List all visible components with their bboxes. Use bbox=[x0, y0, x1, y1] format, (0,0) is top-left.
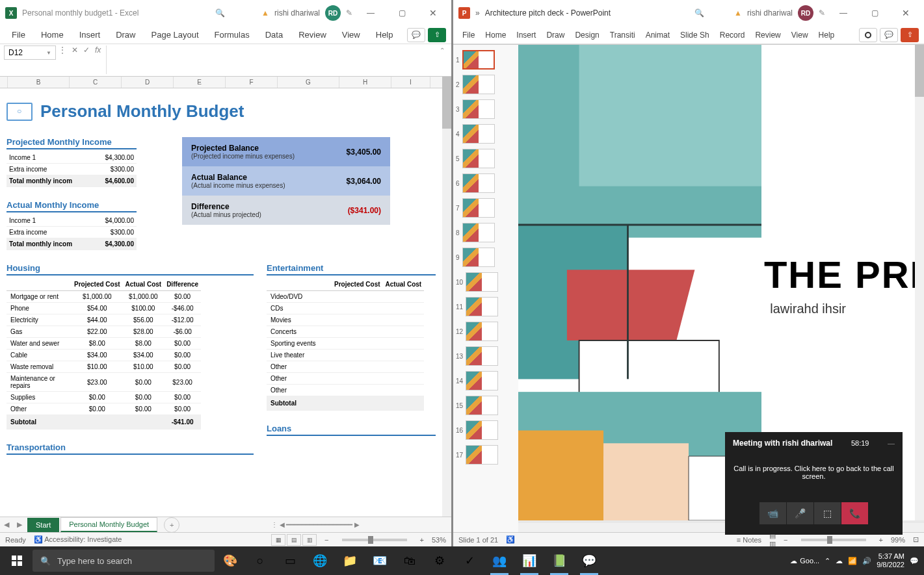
excel-user[interactable]: rishi dhariwal bbox=[274, 8, 320, 18]
slide-thumb-10[interactable]: 10 bbox=[456, 272, 516, 292]
zoom-out[interactable]: − bbox=[784, 536, 787, 544]
fit-to-window[interactable]: ⊡ bbox=[913, 535, 919, 544]
slide-thumb-8[interactable]: 8 bbox=[456, 223, 516, 242]
sheet-tab-budget[interactable]: Personal Monthly Budget bbox=[60, 517, 157, 532]
ribbon-tab-view[interactable]: View bbox=[787, 28, 812, 42]
ribbon-tab-insert[interactable]: Insert bbox=[512, 28, 540, 42]
notes-button[interactable]: ≡ Notes bbox=[737, 536, 761, 544]
ribbon-tab-data[interactable]: Data bbox=[259, 27, 289, 42]
slide-thumb-16[interactable]: 16 bbox=[456, 420, 516, 440]
news-widget[interactable]: 🎨 bbox=[216, 546, 244, 575]
status-accessibility[interactable]: ♿ Accessibility: Investigate bbox=[34, 535, 122, 544]
zoom-in[interactable]: + bbox=[879, 536, 883, 544]
vertical-scrollbar[interactable] bbox=[442, 77, 451, 517]
ribbon-tab-record[interactable]: Record bbox=[716, 28, 749, 42]
ribbon-tab-review[interactable]: Review bbox=[751, 28, 784, 42]
record-button[interactable] bbox=[859, 28, 877, 42]
taskbar-search[interactable]: 🔍 Type here to search bbox=[33, 550, 215, 572]
ribbon-tab-design[interactable]: Design bbox=[571, 28, 603, 42]
search-icon[interactable]: 🔍 bbox=[215, 8, 225, 18]
view-page-break[interactable]: ▥ bbox=[302, 534, 317, 546]
view-page-layout[interactable]: ▤ bbox=[287, 534, 301, 546]
slide-thumb-3[interactable]: 3 bbox=[456, 99, 516, 119]
share-screen-button[interactable]: ⬚ bbox=[814, 502, 841, 524]
name-box[interactable]: D12 ▼ bbox=[4, 45, 56, 60]
comments-button[interactable]: 💬 bbox=[407, 28, 425, 42]
ribbon-tab-home[interactable]: Home bbox=[34, 27, 70, 42]
store-icon[interactable]: 🛍 bbox=[395, 546, 424, 575]
slide-thumb-9[interactable]: 9 bbox=[456, 248, 516, 267]
slide-thumbnails[interactable]: 1234567891011121314151617 bbox=[453, 45, 518, 532]
ribbon-tab-slideshow[interactable]: Slide Sh bbox=[676, 28, 713, 42]
slide-thumb-1[interactable]: 1 bbox=[456, 50, 516, 70]
zoom-slider[interactable] bbox=[342, 539, 407, 541]
sheet-nav-next[interactable]: ▶ bbox=[13, 520, 26, 529]
view-normal[interactable]: ▦ bbox=[271, 534, 285, 546]
powerpoint-icon[interactable]: 📊 bbox=[515, 546, 544, 575]
share-button[interactable]: ⇧ bbox=[901, 28, 919, 42]
onedrive-icon[interactable]: ☁ bbox=[836, 557, 843, 565]
edge-icon[interactable]: 🌐 bbox=[306, 546, 334, 575]
teams-call-notification[interactable]: Meeting with rishi dhariwal 58:19 — Call… bbox=[725, 432, 903, 535]
zoom-level[interactable]: 53% bbox=[432, 536, 446, 544]
ribbon-tab-review[interactable]: Review bbox=[292, 27, 333, 42]
slide-thumb-4[interactable]: 4 bbox=[456, 124, 516, 144]
todo-icon[interactable]: ✓ bbox=[455, 546, 484, 575]
ribbon-tab-file[interactable]: File bbox=[458, 28, 479, 42]
slide-thumb-17[interactable]: 17 bbox=[456, 445, 516, 465]
close-button[interactable]: ✕ bbox=[893, 4, 919, 22]
ribbon-tab-formulas[interactable]: Formulas bbox=[208, 27, 256, 42]
accessibility-icon[interactable]: ♿ bbox=[506, 535, 515, 544]
excel-avatar[interactable]: RD bbox=[325, 5, 341, 21]
close-button[interactable]: ✕ bbox=[420, 4, 446, 22]
ribbon-tab-transitions[interactable]: Transiti bbox=[606, 28, 639, 42]
system-clock[interactable]: 5:37 AM 9/8/2022 bbox=[877, 552, 904, 569]
tray-chevron-icon[interactable]: ⌃ bbox=[825, 557, 830, 565]
ppt-avatar[interactable]: RD bbox=[798, 5, 813, 21]
maximize-button[interactable]: ▢ bbox=[862, 4, 888, 22]
ribbon-tab-animations[interactable]: Animat bbox=[642, 28, 674, 42]
slide-thumb-12[interactable]: 12 bbox=[456, 322, 516, 341]
slide-thumb-5[interactable]: 5 bbox=[456, 149, 516, 168]
pen-icon[interactable]: ✎ bbox=[346, 8, 352, 18]
comments-button[interactable]: 💬 bbox=[880, 28, 898, 42]
spreadsheet-grid[interactable]: B C D E F G H I Personal Monthly Budget … bbox=[0, 77, 451, 517]
zoom-level[interactable]: 99% bbox=[891, 536, 905, 544]
slide-thumb-11[interactable]: 11 bbox=[456, 297, 516, 316]
sheet-tab-start[interactable]: Start bbox=[27, 518, 59, 532]
mic-button[interactable]: 🎤 bbox=[787, 502, 814, 524]
zoom-out[interactable]: − bbox=[324, 536, 328, 544]
teams-app-icon[interactable]: 💬 bbox=[575, 546, 603, 575]
ribbon-tab-page-layout[interactable]: Page Layout bbox=[145, 27, 205, 42]
expand-formula-icon[interactable]: ⌃ bbox=[440, 47, 445, 54]
vertical-scrollbar[interactable] bbox=[915, 45, 924, 520]
slide-thumb-14[interactable]: 14 bbox=[456, 371, 516, 390]
ribbon-tab-draw[interactable]: Draw bbox=[542, 28, 568, 42]
task-view-icon[interactable]: ▭ bbox=[276, 546, 304, 575]
maximize-button[interactable]: ▢ bbox=[389, 4, 415, 22]
ppt-user[interactable]: rishi dhariwal bbox=[747, 8, 793, 18]
explorer-icon[interactable]: 📁 bbox=[336, 546, 364, 575]
slide-title[interactable]: THE PREP bbox=[764, 253, 924, 296]
minimize-button[interactable]: — bbox=[358, 4, 384, 22]
ribbon-tab-help[interactable]: Help bbox=[815, 28, 839, 42]
ribbon-tab-help[interactable]: Help bbox=[369, 27, 400, 42]
settings-icon[interactable]: ⚙ bbox=[425, 546, 454, 575]
slide-thumb-15[interactable]: 15 bbox=[456, 396, 516, 415]
zoom-slider[interactable] bbox=[801, 539, 866, 541]
qat-more[interactable]: » bbox=[475, 8, 480, 18]
excel-icon[interactable]: 📗 bbox=[545, 546, 574, 575]
formula-input[interactable]: ⌃ bbox=[106, 45, 447, 74]
volume-icon[interactable]: 🔊 bbox=[862, 557, 871, 565]
outlook-icon[interactable]: 📧 bbox=[365, 546, 394, 575]
cortana-icon[interactable]: ○ bbox=[246, 546, 274, 575]
horizontal-scrollbar[interactable]: ⋮ ◀ ━━━━━━━━━━━━━━━━━ ▶ bbox=[179, 521, 451, 528]
add-sheet-button[interactable]: + bbox=[164, 517, 179, 533]
ribbon-tab-draw[interactable]: Draw bbox=[109, 27, 142, 42]
ribbon-tab-view[interactable]: View bbox=[336, 27, 367, 42]
notifications-icon[interactable]: 💬 bbox=[910, 557, 919, 565]
slide-thumb-6[interactable]: 6 bbox=[456, 173, 516, 193]
camera-button[interactable]: 📹 bbox=[759, 502, 787, 524]
minimize-button[interactable]: — bbox=[830, 4, 856, 22]
start-button[interactable] bbox=[3, 546, 31, 575]
